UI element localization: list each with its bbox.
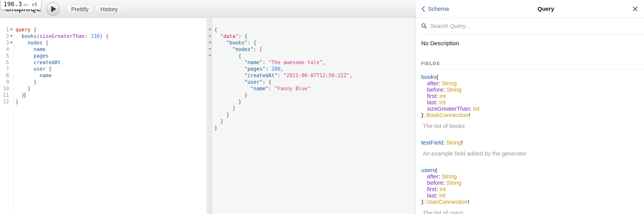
execute-query-button[interactable] [46,2,60,16]
type-link[interactable]: BookConnection [426,112,468,118]
type-link[interactable]: String [442,173,457,180]
field-arg: sizeGreaterThan: Int [421,105,644,112]
fold-spacer [207,112,212,118]
fold-spacer [207,118,212,125]
fold-toggle-icon[interactable] [207,53,212,59]
pane-divider[interactable] [207,18,212,214]
history-button[interactable]: History [96,5,122,14]
type-link[interactable]: Int [439,192,446,199]
code-line: createdAt [16,59,108,66]
toolbar: GraphiQL 196.3 ms ×5 Prettify History [0,0,416,18]
gutter-cell: 7 [0,66,14,72]
close-icon [632,6,638,12]
response-line: "nodes": [ [214,46,416,53]
code-line: nodes { [16,39,108,46]
fold-toggle-icon[interactable] [9,42,14,44]
fold-toggle-icon[interactable] [207,26,212,33]
field-arg: after: String [421,80,644,86]
doc-back-link[interactable]: Schema [421,6,464,12]
code-line: query { [16,26,108,33]
type-link[interactable]: Int [440,93,446,99]
gutter-cell: 8 [0,72,14,79]
query-editor-gutter: 123456789101112 [0,18,14,214]
code-line: name [16,46,108,53]
code-line: user { [16,66,108,72]
fold-spacer [207,92,212,98]
field-link[interactable]: testField [421,139,443,146]
response-line: "name": "The awesome tale", [214,59,416,66]
fold-toggle-icon[interactable] [207,46,212,53]
gutter-cell: 11 [0,92,14,98]
doc-title: Query [464,6,628,12]
response-line: } [214,98,416,105]
doc-field-testField: testField: String!An example field added… [421,139,644,157]
timing-value: 196.3 [4,1,22,8]
field-arg: last: Int [421,192,644,199]
response-line: ] [214,105,416,112]
response-line: "user": { [214,79,416,85]
doc-explorer-panel: Schema Query No Description FIELDS books… [416,0,644,214]
fold-spacer [207,72,212,79]
type-link[interactable]: String [446,180,462,186]
line-number: 9 [0,79,9,85]
gutter-cell: 1 [0,26,14,33]
type-link[interactable]: String [446,86,462,93]
field-link[interactable]: books [421,74,436,80]
type-link[interactable]: UserConnection [426,199,468,205]
gutter-cell: 10 [0,85,14,92]
type-link[interactable]: String [446,139,461,146]
line-number: 6 [0,59,9,65]
line-number: 11 [0,92,9,98]
fields-section-header: FIELDS [421,61,644,69]
code-line: } [16,79,108,85]
code-line: } [16,92,108,98]
fold-toggle-icon[interactable] [9,29,14,31]
field-link[interactable]: users [421,167,435,173]
type-link[interactable]: String [442,80,457,86]
response-line: "name": "Fanny Blue" [214,85,416,92]
field-arg: first: Int [421,93,644,99]
type-link[interactable]: Int [440,186,446,192]
response-line: "pages": 200, [214,66,416,72]
response-line: { [214,26,416,33]
doc-search-input[interactable] [430,23,603,29]
doc-field-books: books(after: Stringbefore: Stringfirst: … [421,74,644,129]
query-timing-badge: 196.3 ms ×5 [0,0,41,10]
fold-toggle-icon[interactable] [9,35,14,37]
text-cursor [25,92,25,98]
field-description: The list of users [421,209,644,214]
fold-spacer [207,66,212,72]
type-link[interactable]: Int [439,99,446,105]
fold-toggle-icon[interactable] [207,33,212,39]
code-line: pages [16,53,108,59]
line-number: 3 [0,40,9,46]
type-link[interactable]: Int [473,105,479,112]
gutter-cell: 12 [0,98,14,105]
field-arg: last: Int [421,99,644,105]
fold-toggle-icon[interactable] [207,39,212,46]
line-number: 12 [0,99,9,104]
field-arg: first: Int [421,186,644,192]
response-viewer: { "data": { "books": { "nodes": [ { "nam… [212,18,416,214]
response-line: } [214,112,416,118]
field-description: An example field added by the generator [421,150,644,157]
response-line: } [214,125,416,131]
code-line: books(sizeGreaterThan: 130) { [16,33,108,39]
code-line: name [16,72,108,79]
fold-spacer [207,85,212,92]
doc-close-button[interactable] [628,6,638,12]
fold-spacer [207,79,212,85]
query-editor[interactable]: 123456789101112 query { books(sizeGreate… [0,18,207,214]
code-line: } [16,98,108,105]
fold-spacer [207,125,212,131]
fields-list: books(after: Stringbefore: Stringfirst: … [421,74,644,214]
field-arg: before: String [421,86,644,93]
response-line: } [214,118,416,125]
prettify-button[interactable]: Prettify [66,5,93,14]
chevron-left-icon [421,6,426,12]
response-line: "books": { [214,39,416,46]
gutter-cell: 3 [0,39,14,46]
line-number: 4 [0,46,9,52]
doc-explorer-header: Schema Query [416,0,644,18]
response-line: { [214,53,416,59]
